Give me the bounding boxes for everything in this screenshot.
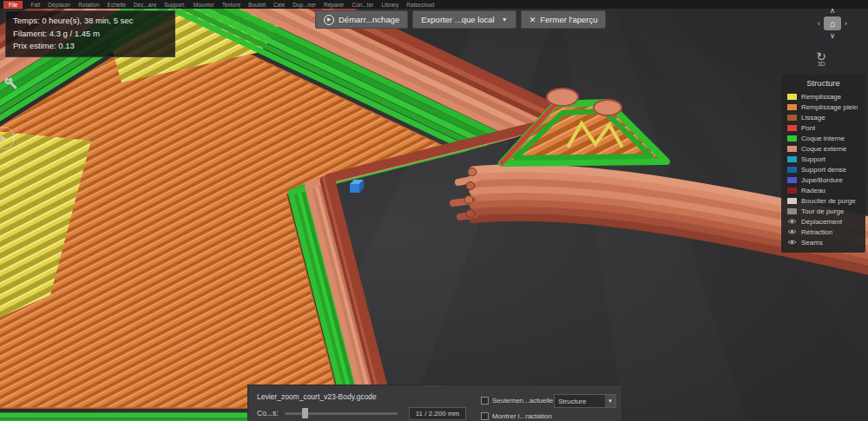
menu-item[interactable]: Mounter (194, 2, 214, 8)
legend-item: Remplissage plein (781, 102, 865, 112)
layer-value: 11 / 2.200 mm (409, 407, 466, 420)
rotate-left-arrow[interactable]: ‹ (818, 20, 820, 28)
menu-item[interactable]: Déplacer (48, 2, 70, 8)
menu-item[interactable]: Support. (164, 2, 186, 8)
menu-raisecloud[interactable]: Raisecloud (406, 2, 434, 8)
home-view-button[interactable]: ⌂ (824, 16, 841, 30)
preview-toolbar: ▶ Démarr...nchage Exporter ...que local … (315, 10, 606, 29)
legend-item: Coque interne (781, 133, 865, 143)
color-swatch (787, 104, 797, 110)
close-preview-label: Fermer l'aperçu (540, 15, 597, 24)
export-label: Exporter ...que local (421, 15, 495, 24)
eye-icon (787, 228, 797, 235)
structure-view-dropdown[interactable]: Structure ▼ (554, 394, 616, 408)
close-icon: ✕ (529, 16, 536, 24)
start-print-label: Démarr...nchage (339, 15, 399, 24)
legend-item: Tour de purge (781, 206, 865, 216)
color-swatch (787, 187, 797, 194)
legend-label: Pont (801, 124, 815, 132)
legend-label: Support dense (801, 166, 846, 174)
print-info-panel: Temps: 0 heure(s), 38 min, 5 sec Filamen… (5, 10, 175, 57)
rotate-right-arrow[interactable]: › (845, 20, 847, 28)
menu-item[interactable]: Fait (30, 2, 40, 8)
rotate-down-arrow[interactable]: ∨ (830, 32, 836, 40)
toggle-label: Rétraction (801, 228, 832, 236)
color-swatch (787, 208, 797, 214)
menu-item[interactable]: Réparer (324, 2, 344, 8)
print-time: Temps: 0 heure(s), 38 min, 5 sec (13, 15, 168, 28)
menu-item[interactable]: Déc...are (134, 2, 156, 8)
eye-icon (787, 239, 797, 246)
settings-wrench-button[interactable] (4, 76, 18, 94)
rotate-3d-label: 3D (818, 61, 825, 67)
menu-item[interactable]: Rotation (78, 2, 99, 8)
play-icon: ▶ (1, 134, 7, 142)
toggle-travel[interactable]: Déplacement (781, 216, 865, 227)
menu-item[interactable]: Echelle (108, 2, 126, 8)
only-current-layer-label: Seulemen...actuelle (492, 397, 553, 405)
export-button[interactable]: Exporter ...que local ▼ (412, 10, 516, 29)
layer-preview-panel: ····· Levier_zoom_court_v23-Body.gcode C… (247, 385, 622, 421)
panel-drag-handle[interactable]: ····· (248, 384, 621, 389)
chevron-down-icon: ▼ (502, 16, 508, 23)
legend-item: Radeau (781, 185, 865, 195)
wrench-icon (4, 76, 18, 90)
color-swatch (787, 198, 797, 204)
legend-item: Jupe/Bordure (781, 174, 865, 185)
layer-slider-label: Co...s: (257, 409, 279, 418)
toggle-label: Déplacement (801, 218, 842, 226)
menubar: File Fait Déplacer Rotation Echelle Déc.… (0, 0, 868, 9)
view-nav-cluster: ∧ ‹ ⌂ › ∨ (809, 7, 856, 40)
legend-item: Coque externe (781, 143, 865, 154)
legend-label: Support (801, 155, 825, 163)
color-swatch (787, 146, 797, 152)
close-preview-button[interactable]: ✕ Fermer l'aperçu (521, 10, 607, 29)
legend-label: Radeau (801, 187, 825, 194)
legend-label: Remplissage plein (801, 103, 858, 111)
color-swatch (787, 125, 797, 131)
legend-label: Remplissage (801, 93, 841, 101)
play-icon: ▶ (324, 15, 334, 25)
gcode-filename: Levier_zoom_court_v23-Body.gcode (257, 392, 377, 401)
color-swatch (787, 167, 797, 173)
chevron-down-icon: ▼ (605, 395, 615, 407)
legend-label: Coque externe (801, 145, 846, 153)
toggle-retraction[interactable]: Rétraction (781, 227, 865, 237)
show-retraction-label: Montrer l...ractation (492, 412, 552, 420)
menu-item[interactable]: Cale (273, 2, 285, 8)
structure-legend-panel: Structure Remplissage Remplissage plein … (781, 75, 865, 253)
legend-item: Remplissage (781, 91, 865, 102)
color-swatch (787, 115, 797, 121)
color-swatch (787, 177, 797, 183)
dropdown-selected-value: Structure (555, 398, 605, 405)
legend-label: Bouclier de purge (801, 197, 856, 205)
menu-item[interactable]: Dup...ner (293, 2, 316, 8)
menu-item[interactable]: Library (381, 2, 398, 8)
menu-item[interactable]: Texture (222, 2, 240, 8)
toggle-label: Seams (801, 239, 823, 247)
3d-viewport[interactable] (0, 0, 868, 421)
menu-file[interactable]: File (3, 1, 23, 9)
legend-item: Bouclier de purge (781, 195, 865, 206)
legend-label: Jupe/Bordure (801, 176, 843, 184)
start-print-button[interactable]: ▶ Démarr...nchage (315, 10, 408, 29)
price-estimate: Prix estime: 0.13 (13, 40, 168, 53)
rotate-3d-button[interactable]: ↻ 3D (816, 50, 826, 67)
eye-icon (787, 218, 797, 225)
only-current-layer-checkbox[interactable] (481, 397, 489, 405)
color-swatch (787, 135, 797, 141)
legend-label: Coque interne (801, 135, 845, 142)
show-retraction-checkbox[interactable] (481, 412, 489, 420)
toggle-seams[interactable]: Seams (781, 237, 865, 247)
legend-title: Structure (781, 78, 865, 88)
color-swatch (787, 94, 797, 100)
legend-item: Support dense (781, 164, 865, 174)
filament-usage: Filament: 4.3 g / 1.45 m (13, 28, 168, 41)
legend-item: Support (781, 154, 865, 164)
legend-label: Tour de purge (801, 207, 844, 215)
layer-slider-handle[interactable] (302, 408, 308, 418)
menu-item[interactable]: Boutell (248, 2, 266, 8)
legend-label: Lissage (801, 114, 825, 122)
menu-item[interactable]: Con...ter (352, 2, 374, 8)
legend-item: Lissage (781, 112, 865, 122)
